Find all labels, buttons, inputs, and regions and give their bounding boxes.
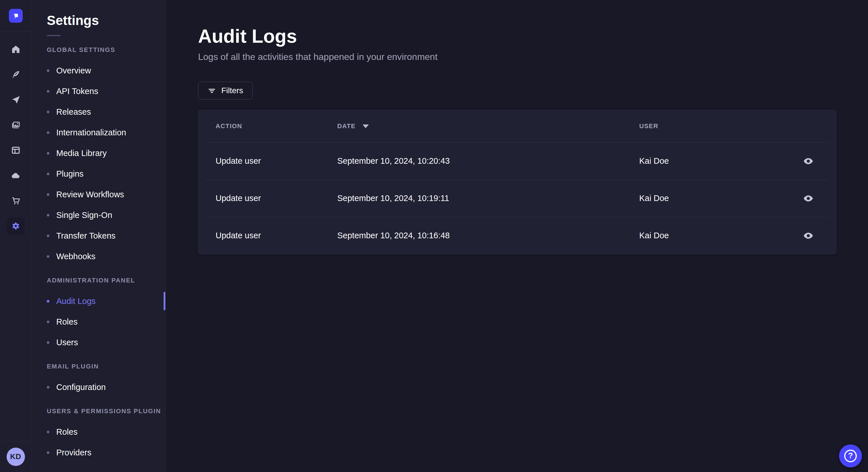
sidebar-item-plugins[interactable]: Plugins (32, 164, 165, 184)
column-header-date[interactable]: DATE (337, 123, 355, 130)
sidebar-section-header: GLOBAL SETTINGS (32, 40, 165, 60)
sidebar-item-label: Configuration (56, 382, 106, 392)
sidebar-item-label: Internationalization (56, 128, 126, 137)
bullet-icon (47, 341, 50, 344)
bullet-icon (47, 321, 50, 323)
title-divider (47, 35, 61, 36)
filters-button[interactable]: Filters (198, 82, 253, 100)
sort-desc-icon[interactable] (363, 125, 369, 128)
cell-user: Kai Doe (639, 231, 669, 240)
sidebar-item-label: Overview (56, 66, 91, 75)
main-content: Audit Logs Logs of all the activities th… (166, 0, 868, 472)
cell-action: Update user (205, 156, 337, 166)
sidebar-title: Settings (47, 12, 165, 28)
view-details-eye-icon[interactable] (801, 191, 816, 206)
sidebar-item-label: Providers (56, 448, 92, 458)
sidebar-nav-list: GLOBAL SETTINGSOverviewAPI TokensRelease… (32, 40, 165, 463)
sidebar-item-label: Roles (56, 317, 78, 327)
bullet-icon (47, 431, 50, 433)
bullet-icon (47, 300, 50, 303)
bullet-icon (47, 152, 50, 155)
cell-date: September 10, 2024, 10:20:43 (337, 156, 639, 166)
rail-icon-list (0, 32, 31, 441)
filter-icon (208, 86, 216, 95)
filters-button-label: Filters (221, 86, 243, 95)
sidebar-item-single-sign-on[interactable]: Single Sign-On (32, 205, 165, 225)
sidebar-item-label: Audit Logs (56, 297, 96, 306)
icon-rail: KD (0, 0, 32, 472)
sidebar-section-header: USERS & PERMISSIONS PLUGIN (32, 401, 165, 422)
sidebar-item-overview[interactable]: Overview (32, 60, 165, 81)
sidebar-item-media-library[interactable]: Media Library (32, 143, 165, 164)
sidebar-item-label: Review Workflows (56, 190, 124, 199)
sidebar-item-internationalization[interactable]: Internationalization (32, 122, 165, 143)
bullet-icon (47, 69, 50, 72)
bullet-icon (47, 111, 50, 113)
bullet-icon (47, 255, 50, 258)
help-button[interactable]: ? (839, 444, 862, 467)
sidebar-item-label: Transfer Tokens (56, 231, 115, 241)
sidebar-item-providers[interactable]: Providers (32, 442, 165, 463)
cell-date: September 10, 2024, 10:16:48 (337, 231, 639, 240)
audit-logs-table-card: ACTION DATE USER Update userSeptember 10… (198, 110, 836, 255)
bullet-icon (47, 235, 50, 237)
settings-sidebar: Settings GLOBAL SETTINGSOverviewAPI Toke… (32, 0, 166, 472)
strapi-logo[interactable] (9, 9, 23, 23)
gear-icon[interactable] (7, 217, 25, 235)
table-body: Update userSeptember 10, 2024, 10:20:43K… (205, 142, 829, 254)
sidebar-item-audit-logs[interactable]: Audit Logs (32, 291, 165, 311)
cloud-icon[interactable] (7, 167, 25, 184)
bullet-icon (47, 386, 50, 389)
table-row[interactable]: Update userSeptember 10, 2024, 10:16:48K… (205, 217, 829, 254)
sidebar-item-label: Single Sign-On (56, 210, 112, 220)
view-details-eye-icon[interactable] (801, 228, 816, 243)
sidebar-item-label: Media Library (56, 148, 107, 158)
sidebar-item-label: API Tokens (56, 87, 98, 96)
sidebar-item-transfer-tokens[interactable]: Transfer Tokens (32, 225, 165, 246)
bullet-icon (47, 451, 50, 454)
cell-user: Kai Doe (639, 194, 669, 203)
bullet-icon (47, 214, 50, 216)
sidebar-item-roles[interactable]: Roles (32, 311, 165, 332)
avatar[interactable]: KD (7, 448, 25, 466)
table-header-row: ACTION DATE USER (205, 110, 829, 142)
sidebar-item-label: Users (56, 338, 78, 347)
table-row[interactable]: Update userSeptember 10, 2024, 10:19:11K… (205, 179, 829, 217)
sidebar-item-releases[interactable]: Releases (32, 102, 165, 122)
question-mark-icon: ? (844, 450, 857, 462)
sidebar-item-label: Roles (56, 427, 78, 437)
table-row[interactable]: Update userSeptember 10, 2024, 10:20:43K… (205, 142, 829, 179)
sidebar-item-roles[interactable]: Roles (32, 422, 165, 442)
bullet-icon (47, 90, 50, 93)
paper-plane-icon[interactable] (7, 91, 25, 109)
column-header-action[interactable]: ACTION (205, 123, 337, 130)
cell-user: Kai Doe (639, 156, 669, 166)
bullet-icon (47, 173, 50, 175)
bullet-icon (47, 131, 50, 134)
sidebar-item-configuration[interactable]: Configuration (32, 377, 165, 398)
page-title: Audit Logs (198, 25, 868, 47)
feather-icon[interactable] (7, 66, 25, 83)
logo-container (0, 0, 31, 32)
home-icon[interactable] (7, 40, 25, 58)
sidebar-item-users[interactable]: Users (32, 332, 165, 353)
cell-date: September 10, 2024, 10:19:11 (337, 194, 639, 203)
rail-footer: KD (0, 441, 31, 472)
cell-action: Update user (205, 231, 337, 240)
sidebar-item-label: Plugins (56, 169, 84, 179)
sidebar-item-webhooks[interactable]: Webhooks (32, 246, 165, 267)
sidebar-section-header: EMAIL PLUGIN (32, 356, 165, 377)
column-header-user[interactable]: USER (639, 123, 829, 130)
sidebar-item-label: Releases (56, 107, 91, 117)
sidebar-item-api-tokens[interactable]: API Tokens (32, 81, 165, 102)
media-images-icon[interactable] (7, 116, 25, 134)
cart-icon[interactable] (7, 192, 25, 210)
page-subtitle: Logs of all the activities that happened… (198, 52, 868, 62)
sidebar-section-header: ADMINISTRATION PANEL (32, 270, 165, 291)
bullet-icon (47, 193, 50, 196)
layout-icon[interactable] (7, 141, 25, 159)
sidebar-item-label: Webhooks (56, 252, 96, 261)
view-details-eye-icon[interactable] (801, 154, 816, 169)
cell-action: Update user (205, 194, 337, 203)
sidebar-item-review-workflows[interactable]: Review Workflows (32, 184, 165, 205)
